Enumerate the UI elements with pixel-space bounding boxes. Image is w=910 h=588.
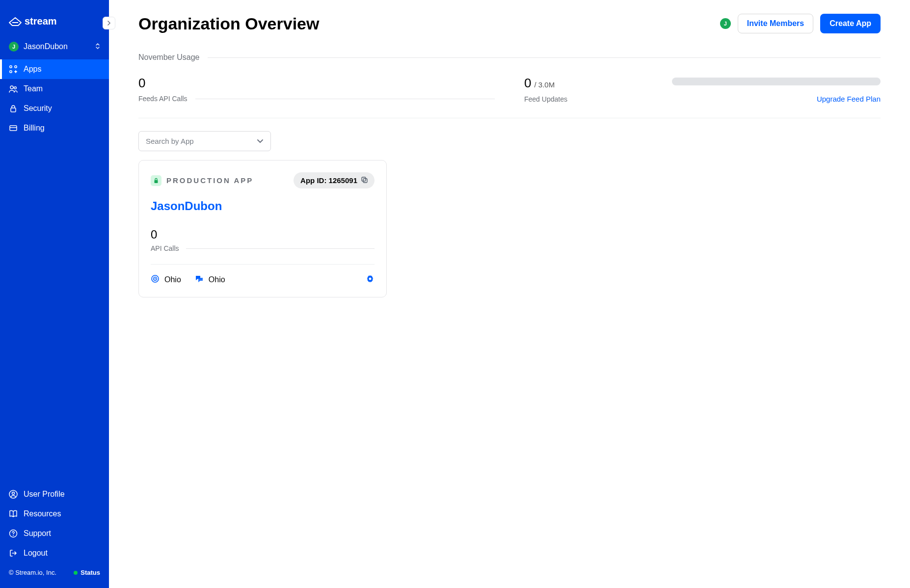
chevron-right-icon [107, 21, 111, 26]
sidebar-item-logout[interactable]: Logout [0, 543, 109, 563]
sidebar-item-security[interactable]: Security [0, 99, 109, 118]
svg-rect-11 [155, 180, 158, 183]
svg-point-8 [12, 492, 15, 495]
svg-point-4 [14, 87, 17, 89]
feed-updates-limit: / 3.0M [534, 80, 555, 89]
feed-updates-value: 0 [524, 76, 531, 91]
copyright: © Stream.io, Inc. [9, 569, 56, 576]
invite-members-button[interactable]: Invite Members [738, 14, 813, 33]
svg-rect-13 [362, 177, 366, 181]
main-content: Organization Overview J Invite Members C… [109, 0, 910, 588]
org-selector[interactable]: J JasonDubon [0, 37, 109, 56]
svg-point-16 [155, 278, 156, 280]
svg-point-3 [10, 86, 13, 89]
svg-rect-12 [363, 179, 367, 183]
app-settings-button[interactable] [366, 274, 375, 285]
sidebar-item-billing[interactable]: Billing [0, 118, 109, 138]
feeds-api-calls: 0 Feeds API Calls [138, 76, 495, 103]
updown-icon [95, 43, 100, 51]
team-icon [9, 84, 18, 93]
sidebar-item-label: Support [24, 529, 51, 538]
user-avatar[interactable]: J [720, 18, 731, 29]
lock-icon [9, 104, 18, 113]
app-id-text: App ID: 1265091 [300, 176, 357, 185]
feed-updates-progress [672, 78, 881, 85]
app-id-pill[interactable]: App ID: 1265091 [294, 172, 375, 188]
chat-region: Ohio [195, 274, 225, 285]
sidebar-item-user-profile[interactable]: User Profile [0, 484, 109, 504]
sidebar: stream J JasonDubon Apps Team Security B… [0, 0, 109, 588]
page-title: Organization Overview [138, 14, 319, 33]
brand-logo[interactable]: stream [0, 0, 109, 37]
svg-point-17 [369, 278, 372, 280]
svg-rect-6 [10, 126, 17, 131]
upgrade-feed-plan-link[interactable]: Upgrade Feed Plan [817, 95, 881, 103]
card-icon [9, 124, 18, 133]
search-by-app-select[interactable]: Search by App [138, 131, 271, 151]
book-icon [9, 509, 18, 518]
sidebar-item-label: Logout [24, 549, 48, 558]
svg-rect-5 [11, 108, 16, 112]
svg-point-10 [13, 535, 14, 536]
lock-icon [151, 175, 161, 186]
feed-updates: 0 / 3.0M Feed Updates Upgrade Feed Plan [524, 76, 881, 103]
boat-icon [9, 17, 22, 26]
chat-region-icon [195, 274, 204, 285]
sidebar-item-apps[interactable]: Apps [0, 59, 109, 79]
gear-icon [366, 274, 375, 283]
status-label: Status [80, 569, 100, 576]
app-name-link[interactable]: JasonDubon [151, 199, 375, 213]
brand-name: stream [25, 16, 57, 27]
feeds-api-value: 0 [138, 76, 495, 91]
sidebar-collapse-button[interactable] [103, 17, 115, 29]
app-type: PRODUCTION APP [151, 175, 253, 186]
create-app-button[interactable]: Create App [820, 14, 881, 33]
page-header: Organization Overview J Invite Members C… [138, 14, 881, 33]
sidebar-item-label: User Profile [24, 490, 65, 499]
svg-point-2 [10, 71, 12, 73]
svg-point-0 [10, 66, 12, 68]
help-icon [9, 529, 18, 538]
app-api-calls-value: 0 [151, 228, 375, 241]
sidebar-item-resources[interactable]: Resources [0, 504, 109, 524]
app-card: PRODUCTION APP App ID: 1265091 JasonDubo… [138, 160, 387, 297]
sidebar-item-team[interactable]: Team [0, 79, 109, 99]
app-api-calls-label: API Calls [151, 244, 179, 252]
status-dot-icon [74, 571, 78, 575]
sidebar-item-label: Security [24, 104, 52, 113]
copy-icon [361, 177, 368, 185]
usage-row: 0 Feeds API Calls 0 / 3.0M Feed Updates … [138, 76, 881, 118]
header-actions: J Invite Members Create App [720, 14, 881, 33]
sidebar-item-label: Resources [24, 509, 61, 518]
svg-point-1 [15, 66, 17, 68]
user-icon [9, 490, 18, 499]
org-avatar: J [9, 42, 19, 52]
search-placeholder: Search by App [146, 137, 194, 145]
sidebar-item-label: Team [24, 84, 43, 93]
org-name: JasonDubon [24, 42, 90, 51]
feed-region-icon [151, 274, 160, 285]
sidebar-item-label: Apps [24, 65, 41, 74]
logout-icon [9, 549, 18, 558]
sidebar-item-label: Billing [24, 124, 45, 133]
sidebar-item-support[interactable]: Support [0, 524, 109, 543]
feeds-api-label: Feeds API Calls [138, 95, 187, 103]
chevron-down-icon [257, 139, 264, 144]
usage-section-label: November Usage [138, 53, 881, 62]
apps-icon [9, 65, 18, 74]
feed-region: Ohio [151, 274, 181, 285]
feed-updates-label: Feed Updates [524, 95, 567, 103]
status-link[interactable]: Status [74, 569, 100, 576]
